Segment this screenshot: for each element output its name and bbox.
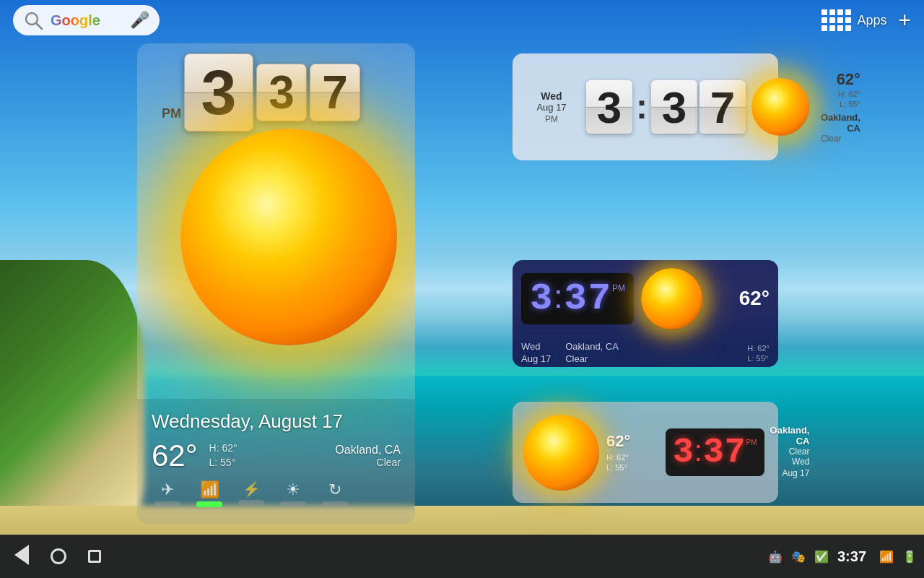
widget-sm1-date: Wed Aug 17 PM — [523, 90, 580, 124]
low-temp-large: L: 55° — [209, 457, 236, 468]
min1-digit-large: 3 — [256, 64, 307, 121]
w2-digit3: 7 — [588, 277, 611, 320]
w2-high: H: 62° — [747, 344, 770, 353]
w3-datestr: Aug 17 — [782, 468, 809, 478]
topbar: Google 🎤 Apps + — [0, 0, 924, 40]
rotation-bar — [322, 501, 348, 507]
sm1-day: Wed — [541, 90, 562, 102]
min2-digit-large: 7 — [310, 64, 360, 121]
sm1-weather: 62° H: 62° L: 55° Oakland, CA Clear — [821, 70, 860, 144]
topbar-right: Apps + — [821, 8, 917, 33]
w3-digit1: 3 — [673, 433, 694, 472]
w2-day: Wed — [521, 341, 541, 352]
add-widget-button[interactable]: + — [892, 8, 917, 33]
bluetooth-icon: ⚡ — [243, 480, 261, 498]
sm1-date: Aug 17 — [536, 102, 566, 113]
search-divider — [115, 9, 116, 31]
location-large: Oakland, CA — [335, 444, 401, 457]
w3-digit3: 7 — [725, 433, 746, 472]
brightness-bar — [280, 501, 306, 507]
w2-temp: 62° — [739, 287, 770, 310]
airplane-toggle[interactable]: ✈ — [152, 480, 183, 512]
sun-icon-large — [180, 129, 397, 345]
flip-clock-large: PM 3 3 7 — [137, 43, 415, 136]
toggle-row: ✈ 📶 ⚡ ☀ ↻ — [152, 480, 401, 512]
w2-date: Wed Aug 17 — [521, 341, 551, 366]
w3-day: Wed — [792, 457, 809, 467]
w3-condition: Clear — [789, 447, 810, 457]
w2-location: Oakland, CA — [565, 341, 619, 352]
bluetooth-toggle[interactable]: ⚡ — [235, 480, 267, 512]
w2-colon: : — [554, 279, 562, 318]
widget-large-info: Wednesday, August 17 62° H: 62° L: 55° O… — [137, 399, 415, 524]
w2-location-info: Oakland, CA Clear — [565, 341, 619, 366]
sm1-colon: : — [636, 90, 648, 124]
wifi-bar — [196, 501, 222, 507]
home-button[interactable] — [51, 548, 66, 564]
wifi-icon: 📶 — [200, 480, 219, 499]
system-status-icons: 🤖 🎭 ✅ 3:37 📶 🔋 — [768, 548, 917, 565]
hour-digit-large: 3 — [184, 53, 253, 131]
bluetooth-bar — [238, 500, 264, 506]
w2-digit2: 3 — [564, 277, 586, 320]
brightness-toggle[interactable]: ☀ — [277, 480, 309, 512]
wifi-toggle[interactable]: 📶 — [193, 480, 225, 512]
w2-hilo: H: 62° L: 55° — [747, 343, 770, 364]
sm1-digit2: 3 — [651, 80, 697, 134]
sm1-digit3: 7 — [699, 80, 746, 134]
recents-button[interactable] — [88, 550, 101, 563]
island-bg — [0, 260, 144, 535]
w3-high: H: 62° — [606, 453, 629, 462]
sm1-hilo: H: 62° L: 55° — [838, 89, 860, 110]
ampm-label-large: PM — [162, 106, 181, 131]
w3-colon: : — [694, 435, 702, 470]
w3-location: Oakland, CA — [770, 425, 810, 447]
w3-ampm: PM — [746, 439, 757, 447]
sm1-low: L: 55° — [840, 100, 860, 108]
w3-info-left: 62° H: 62° L: 55° — [606, 432, 657, 473]
battery-icon: 🔋 — [902, 550, 917, 564]
w2-digital-clock: 3 : 3 7 PM — [521, 273, 634, 324]
w2-condition: Clear — [565, 353, 588, 364]
w2-bottom: Wed Aug 17 Oakland, CA Clear H: 62° L: 5… — [513, 337, 778, 367]
widget-small-2[interactable]: 3 : 3 7 PM 62° Wed Aug 17 Oakland, CA Cl… — [513, 260, 778, 367]
w3-digital-clock: 3 : 3 7 PM — [666, 428, 764, 476]
w3-right-info: Oakland, CA Clear Wed Aug 17 — [770, 425, 810, 479]
microphone-icon[interactable]: 🎤 — [130, 11, 149, 30]
w3-low: L: 55° — [606, 463, 627, 472]
date-text-large: Wednesday, August 17 — [152, 410, 401, 433]
w2-low: L: 55° — [747, 354, 768, 363]
sm1-temp: 62° — [837, 70, 860, 89]
widget-large-weather-clock[interactable]: PM 3 3 7 Wednesday, August 17 62° H: 62°… — [137, 43, 415, 524]
bottom-navigation-bar: 🤖 🎭 ✅ 3:37 📶 🔋 — [0, 535, 924, 578]
w3-sun-icon — [523, 415, 599, 491]
google-search-bar[interactable]: Google 🎤 — [13, 5, 160, 35]
rotation-icon: ↻ — [328, 480, 341, 499]
sm1-location: Oakland, CA — [821, 112, 860, 134]
apps-label[interactable]: Apps — [857, 13, 886, 28]
play-store-icon: 🎭 — [791, 550, 806, 564]
widget-small-3[interactable]: 62° H: 62° L: 55° 3 : 3 7 PM Oakland, CA… — [513, 402, 778, 503]
w3-temp: 62° — [606, 432, 657, 451]
w3-digit2: 3 — [703, 433, 724, 472]
sm1-clock: 3 : 3 7 — [586, 80, 746, 134]
temperature-large: 62° — [152, 439, 198, 473]
sm1-high: H: 62° — [838, 90, 860, 98]
rotation-toggle[interactable]: ↻ — [319, 480, 351, 512]
signal-icon: 📶 — [879, 550, 894, 564]
airplane-icon: ✈ — [161, 480, 174, 499]
temp-detail-large: H: 62° L: 55° — [209, 441, 237, 470]
high-temp-large: H: 62° — [209, 442, 237, 454]
widget-small-1[interactable]: Wed Aug 17 PM 3 : 3 7 62° H: 62° L: 55° … — [513, 53, 778, 160]
nav-icons — [14, 545, 101, 568]
bottom-time: 3:37 — [837, 548, 866, 565]
condition-large: Clear — [335, 457, 401, 468]
back-button[interactable] — [14, 545, 29, 568]
google-logo-text: Google — [51, 12, 100, 29]
weather-row-large: 62° H: 62° L: 55° Oakland, CA Clear — [152, 439, 401, 473]
download-complete-icon: ✅ — [814, 550, 829, 564]
w3-hilo: H: 62° L: 55° — [606, 452, 657, 473]
w3-date: Wed Aug 17 — [782, 457, 809, 479]
w2-digit1: 3 — [530, 277, 552, 320]
w2-ampm: PM — [612, 283, 625, 293]
